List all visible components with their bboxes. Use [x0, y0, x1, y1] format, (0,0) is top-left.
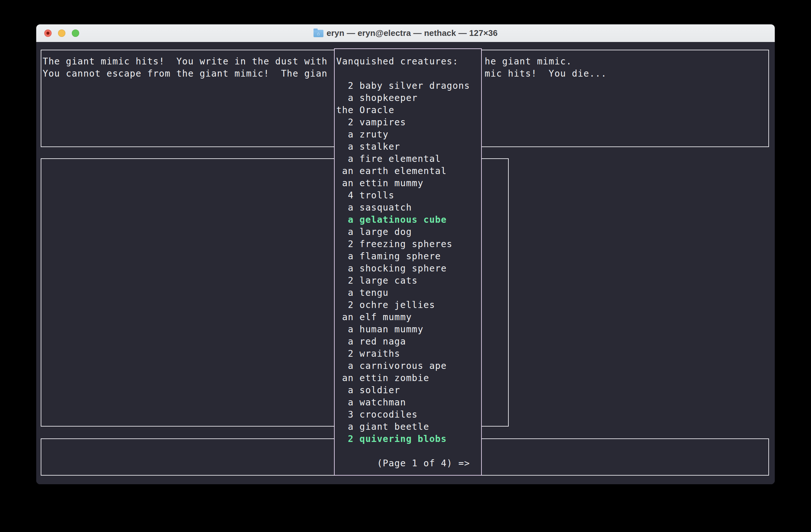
menu-item: a sasquatch: [336, 202, 470, 214]
page-indicator: (Page 1 of 4) =>: [336, 457, 470, 470]
menu-item: 2 large cats: [336, 275, 470, 287]
menu-item: a giant beetle: [336, 421, 470, 433]
terminal-window: ⌂ eryn — eryn@electra — nethack — 127×36…: [36, 25, 775, 484]
menu-item: 2 ochre jellies: [336, 299, 470, 311]
window-controls: [44, 25, 79, 42]
menu-item: a watchman: [336, 396, 470, 409]
menu-item: a flaming sphere: [336, 250, 470, 263]
menu-item: a stalker: [336, 141, 470, 153]
window-title: ⌂ eryn — eryn@electra — nethack — 127×36: [313, 28, 498, 38]
menu-item: an ettin zombie: [336, 372, 470, 384]
menu-item: 2 baby silver dragons: [336, 80, 470, 92]
menu-item: a red naga: [336, 335, 470, 348]
message-line-1-left: The giant mimic hits! You write in the d…: [43, 56, 327, 68]
message-line-2-left: You cannot escape from the giant mimic! …: [43, 68, 327, 80]
menu-item: a human mummy: [336, 323, 470, 335]
vanquished-creatures-menu: Vanquished creatures: 2 baby silver drag…: [334, 48, 482, 475]
menu-item: 2 freezing spheres: [336, 238, 470, 250]
message-line-2-right: mic hits! You die...: [485, 68, 607, 80]
menu-item: 2 vampires: [336, 116, 470, 128]
menu-item: a carnivorous ape: [336, 360, 470, 372]
menu-item: the Oracle: [336, 104, 470, 116]
window-titlebar[interactable]: ⌂ eryn — eryn@electra — nethack — 127×36: [36, 25, 775, 42]
menu-item: 2 quivering blobs: [336, 433, 470, 445]
menu-item: 2 wraiths: [336, 348, 470, 360]
menu-item: a zruty: [336, 128, 470, 141]
zoom-button[interactable]: [72, 30, 79, 37]
terminal-screen[interactable]: The giant mimic hits! You write in the d…: [36, 42, 775, 484]
menu-items: 2 baby silver dragons a shopkeeperthe Or…: [336, 80, 470, 445]
menu-item: a soldier: [336, 384, 470, 396]
window-title-text: eryn — eryn@electra — nethack — 127×36: [327, 28, 498, 38]
menu-item: a tengu: [336, 287, 470, 299]
menu-item: an earth elemental: [336, 165, 470, 177]
message-line-1-right: he giant mimic.: [485, 56, 572, 68]
menu-item: an elf mummy: [336, 311, 470, 323]
menu-item: a large dog: [336, 226, 470, 238]
menu-item: a gelatinous cube: [336, 214, 470, 226]
menu-title: Vanquished creatures:: [336, 56, 458, 68]
minimize-button[interactable]: [58, 30, 65, 37]
folder-home-icon: ⌂: [313, 30, 323, 37]
close-button[interactable]: [44, 30, 51, 37]
menu-item: 3 crocodiles: [336, 409, 470, 421]
menu-item: a fire elemental: [336, 153, 470, 165]
menu-item: 4 trolls: [336, 189, 470, 202]
menu-item: a shopkeeper: [336, 92, 470, 104]
desktop: ⌂ eryn — eryn@electra — nethack — 127×36…: [0, 0, 811, 532]
menu-item: a shocking sphere: [336, 263, 470, 275]
menu-item: an ettin mummy: [336, 177, 470, 189]
